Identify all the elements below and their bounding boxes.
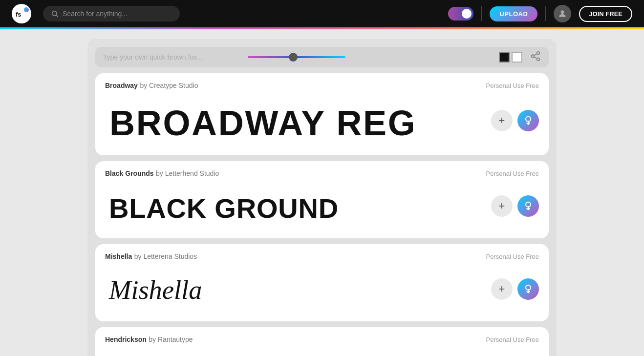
svg-point-6: [537, 52, 540, 55]
color-swatches: [499, 52, 522, 63]
font-title-mishella: Mishella by Letterena Studios: [105, 252, 197, 261]
blackgrounds-sample[interactable]: BLACK GROUND: [105, 186, 491, 227]
font-preview-blackgrounds: BLACK GROUND +: [105, 182, 539, 230]
dark-mode-toggle[interactable]: [448, 7, 473, 21]
search-input[interactable]: [63, 10, 172, 18]
font-license-hendrickson: Personal Use Free: [486, 336, 539, 343]
download-mishella[interactable]: [517, 278, 539, 300]
plus-icon: +: [499, 200, 505, 212]
broadway-text-svg: BROADWAY REGULAR: [105, 98, 413, 142]
font-license-broadway: Personal Use Free: [486, 82, 539, 89]
avatar[interactable]: [554, 5, 571, 22]
font-author-mishella: by Letterena Studios: [134, 252, 197, 260]
download-icon: [523, 284, 533, 294]
add-to-collection-broadway[interactable]: +: [491, 110, 513, 131]
plus-icon: +: [499, 283, 505, 295]
font-name-blackgrounds: Black Grounds: [105, 169, 154, 177]
font-title-broadway: Broadway by Creatype Studio: [105, 81, 198, 90]
nav-divider-1: [481, 6, 482, 21]
svg-text:fs: fs: [16, 11, 21, 18]
svg-point-5: [561, 10, 564, 14]
search-icon: [51, 10, 59, 18]
font-size-slider[interactable]: [248, 56, 345, 58]
swatch-white[interactable]: [512, 52, 522, 63]
svg-point-8: [537, 58, 540, 61]
mishella-sample[interactable]: Mishella: [105, 269, 491, 310]
main-content: Broadway by Creatype Studio Personal Use…: [0, 29, 644, 356]
font-card-header-broadway: Broadway by Creatype Studio Personal Use…: [105, 81, 539, 90]
share-button[interactable]: [530, 51, 541, 63]
svg-text:BLACK GROUND: BLACK GROUND: [109, 193, 339, 224]
font-license-blackgrounds: Personal Use Free: [486, 170, 539, 177]
preview-text-input[interactable]: [103, 53, 240, 61]
download-blackgrounds[interactable]: [517, 195, 539, 217]
avatar-icon: [558, 9, 567, 19]
font-card-header-blackgrounds: Black Grounds by Letterhend Studio Perso…: [105, 169, 539, 178]
download-icon: [523, 116, 533, 126]
font-card-broadway: Broadway by Creatype Studio Personal Use…: [95, 73, 549, 155]
join-button[interactable]: JOIN FREE: [579, 6, 632, 22]
svg-line-10: [534, 54, 537, 56]
card-actions-blackgrounds: +: [491, 195, 539, 217]
plus-icon: +: [499, 114, 505, 127]
svg-point-3: [52, 11, 57, 16]
nav-divider-2: [545, 6, 546, 21]
share-icon: [530, 51, 541, 62]
add-to-collection-blackgrounds[interactable]: +: [491, 195, 513, 217]
svg-point-0: [12, 4, 31, 23]
font-preview-hendrickson: Hendrickson +: [105, 348, 539, 356]
mishella-text-svg: Mishella: [105, 269, 301, 308]
font-card-mishella: Mishella by Letterena Studios Personal U…: [95, 244, 549, 321]
svg-point-7: [532, 55, 535, 58]
swatch-black[interactable]: [499, 52, 510, 63]
card-actions-mishella: +: [491, 278, 539, 300]
font-card-hendrickson: Hendrickson by Rantautype Personal Use F…: [95, 327, 549, 356]
font-preview-mishella: Mishella +: [105, 265, 539, 314]
font-name-mishella: Mishella: [105, 252, 132, 260]
broadway-sample[interactable]: BROADWAY REGULAR: [105, 98, 491, 144]
svg-line-9: [534, 57, 537, 59]
font-preview-broadway: BROADWAY REGULAR +: [105, 94, 539, 147]
font-author-hendrickson: by Rantautype: [149, 335, 193, 343]
hendrickson-text-svg: Hendrickson: [105, 352, 301, 356]
upload-button[interactable]: UPLOAD: [490, 6, 537, 21]
svg-text:Mishella: Mishella: [108, 275, 202, 305]
blackgrounds-text-svg: BLACK GROUND: [105, 186, 340, 225]
search-bar[interactable]: [43, 6, 180, 21]
download-icon: [523, 201, 533, 211]
size-slider-wrap: [248, 56, 491, 58]
add-to-collection-mishella[interactable]: +: [491, 278, 513, 300]
font-card-header-hendrickson: Hendrickson by Rantautype Personal Use F…: [105, 335, 539, 344]
font-name-hendrickson: Hendrickson: [105, 335, 147, 343]
download-broadway[interactable]: [517, 110, 539, 131]
font-license-mishella: Personal Use Free: [486, 253, 539, 260]
card-actions-broadway: +: [491, 110, 539, 131]
navbar: fs UPLOAD JOIN FREE: [0, 0, 644, 27]
font-title-blackgrounds: Black Grounds by Letterhend Studio: [105, 169, 219, 178]
font-name-broadway: Broadway: [105, 82, 138, 89]
font-author-blackgrounds: by Letterhend Studio: [156, 169, 219, 177]
content-panel: Broadway by Creatype Studio Personal Use…: [87, 39, 557, 356]
font-card-blackgrounds: Black Grounds by Letterhend Studio Perso…: [95, 161, 549, 238]
svg-point-2: [24, 7, 29, 12]
svg-text:BROADWAY REGULAR: BROADWAY REGULAR: [109, 104, 413, 142]
font-author-broadway: by Creatype Studio: [140, 82, 198, 89]
logo[interactable]: fs: [12, 4, 31, 23]
svg-line-4: [56, 15, 58, 17]
font-title-hendrickson: Hendrickson by Rantautype: [105, 335, 193, 344]
logo-icon: fs: [12, 4, 31, 23]
font-card-header-mishella: Mishella by Letterena Studios Personal U…: [105, 252, 539, 261]
hendrickson-sample[interactable]: Hendrickson: [105, 352, 491, 356]
preview-toolbar: [95, 47, 549, 67]
